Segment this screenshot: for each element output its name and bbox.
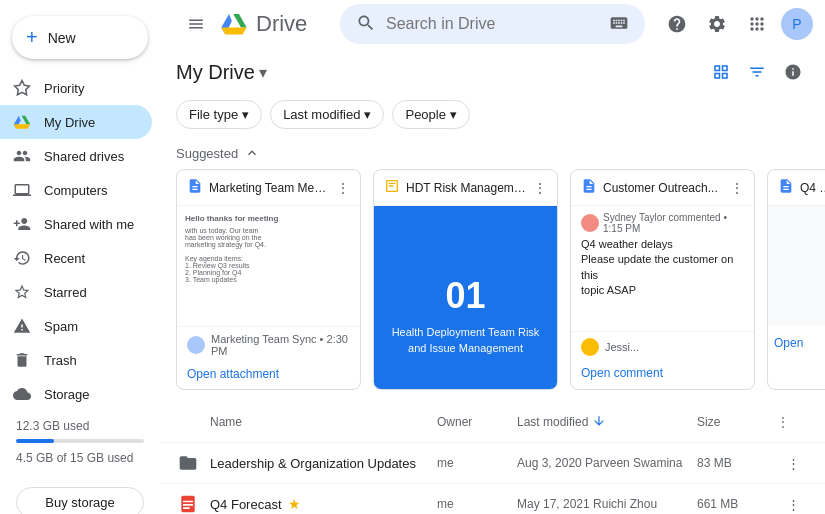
drive-dropdown-icon[interactable]: ▾ xyxy=(259,63,267,82)
column-header-modified[interactable]: Last modified xyxy=(517,414,697,431)
card-action-link[interactable]: Open comment xyxy=(581,366,663,380)
more-options-button[interactable]: ⋮ xyxy=(781,492,805,514)
file-actions[interactable]: ⋮ xyxy=(777,451,809,475)
size-column-label: Size xyxy=(697,415,720,429)
file-actions[interactable]: ⋮ xyxy=(777,492,809,514)
table-row[interactable]: Q4 Forecast ★ me May 17, 2021 Ruichi Zho… xyxy=(160,484,825,514)
sidebar-item-label: Shared drives xyxy=(44,149,124,164)
header-spacer xyxy=(176,410,200,434)
drive-header: My Drive ▾ xyxy=(160,48,825,96)
sidebar-item-computers[interactable]: Computers xyxy=(0,173,152,207)
sidebar-item-trash[interactable]: Trash xyxy=(0,343,152,377)
more-options-button[interactable]: ⋮ xyxy=(781,451,805,475)
card-action-link[interactable]: Open xyxy=(774,336,803,350)
card-avatar xyxy=(187,336,205,354)
filter-view-button[interactable] xyxy=(741,56,773,88)
people-filter[interactable]: People ▾ xyxy=(392,100,469,129)
drive-logo: Drive xyxy=(212,10,315,38)
sort-icon xyxy=(592,414,606,431)
sidebar-item-shared-drives[interactable]: Shared drives xyxy=(0,139,152,173)
person-add-icon xyxy=(12,214,32,234)
storage-detail-text: 4.5 GB of 15 GB used xyxy=(16,451,144,465)
card-header: Marketing Team Meetin... ⋮ xyxy=(177,170,360,206)
card-menu-button[interactable]: ⋮ xyxy=(730,180,744,196)
card-menu-button[interactable]: ⋮ xyxy=(533,180,547,196)
card-title: Q4 Pr... xyxy=(800,181,825,195)
last-modified-label: Last modified xyxy=(283,107,360,122)
card-menu-button[interactable]: ⋮ xyxy=(336,180,350,196)
people-icon xyxy=(12,146,32,166)
clock-icon xyxy=(12,248,32,268)
suggested-label: Suggested xyxy=(176,146,238,161)
sidebar-item-recent[interactable]: Recent xyxy=(0,241,152,275)
card-preview: 01 Health Deployment Team Risk and Issue… xyxy=(374,206,557,390)
card-action: Open xyxy=(768,326,825,358)
hamburger-menu-button[interactable] xyxy=(180,8,212,40)
doc-icon xyxy=(778,178,794,197)
sidebar-item-spam[interactable]: Spam xyxy=(0,309,152,343)
card-marketing[interactable]: Marketing Team Meetin... ⋮ Hello thanks … xyxy=(176,169,361,390)
storage-section: 12.3 GB used 4.5 GB of 15 GB used Buy st… xyxy=(0,411,160,514)
card-customer-outreach[interactable]: Customer Outreach... ⋮ Sydney Taylor com… xyxy=(570,169,755,390)
filters-bar: File type ▾ Last modified ▾ People ▾ xyxy=(160,96,825,137)
card-footer-text: Jessi... xyxy=(605,341,639,353)
suggested-cards: Marketing Team Meetin... ⋮ Hello thanks … xyxy=(160,169,825,402)
sidebar: + New Priority My Drive Shared drives Co… xyxy=(0,0,160,514)
sidebar-item-priority[interactable]: Priority xyxy=(0,71,152,105)
last-modified-filter[interactable]: Last modified ▾ xyxy=(270,100,384,129)
drive-view-icons xyxy=(705,56,809,88)
info-button[interactable] xyxy=(777,56,809,88)
modified-text: Aug 3, 2020 Parveen Swamina xyxy=(517,456,682,470)
column-header-name[interactable]: Name xyxy=(210,415,437,429)
card-header: Customer Outreach... ⋮ xyxy=(571,170,754,206)
file-list: Leadership & Organization Updates me Aug… xyxy=(160,443,825,514)
card-action: Open comment xyxy=(571,362,754,388)
column-header-actions[interactable]: ⋮ xyxy=(777,415,809,429)
folder-icon xyxy=(176,451,200,475)
sidebar-item-shared-with-me[interactable]: Shared with me xyxy=(0,207,152,241)
card-action-link[interactable]: Open attachment xyxy=(187,367,279,381)
column-header-size: Size xyxy=(697,415,777,429)
user-avatar[interactable]: P xyxy=(781,8,813,40)
sidebar-item-storage[interactable]: Storage xyxy=(0,377,152,411)
search-input[interactable] xyxy=(386,15,599,33)
modified-text: May 17, 2021 Ruichi Zhou xyxy=(517,497,657,511)
file-size: 661 MB xyxy=(697,497,777,511)
search-bar[interactable] xyxy=(340,4,645,44)
settings-button[interactable] xyxy=(701,8,733,40)
sidebar-item-label: Spam xyxy=(44,319,78,334)
comment-author: Sydney Taylor commented • 1:15 PM xyxy=(603,212,744,234)
sidebar-item-my-drive[interactable]: My Drive xyxy=(0,105,152,139)
main-area: Drive P xyxy=(160,0,825,514)
suggested-collapse-button[interactable] xyxy=(244,145,260,161)
buy-storage-button[interactable]: Buy storage xyxy=(16,487,144,514)
modified-column-label: Last modified xyxy=(517,415,588,429)
card-footer: Jessi... xyxy=(571,331,754,362)
card-spacer xyxy=(571,301,754,331)
new-button[interactable]: + New xyxy=(12,16,148,59)
sidebar-item-starred[interactable]: Starred xyxy=(0,275,152,309)
card-footer-text: Marketing Team Sync • 2:30 PM xyxy=(211,333,350,357)
star-outline-icon xyxy=(12,282,32,302)
file-type-filter[interactable]: File type ▾ xyxy=(176,100,262,129)
help-circle-button[interactable] xyxy=(661,8,693,40)
card-preview xyxy=(768,206,825,326)
doc-icon xyxy=(187,178,203,197)
size-text: 83 MB xyxy=(697,456,732,470)
file-owner: me xyxy=(437,456,517,470)
grid-view-button[interactable] xyxy=(705,56,737,88)
card-q4[interactable]: Q4 Pr... Open xyxy=(767,169,825,390)
topbar: Drive P xyxy=(160,0,825,48)
more-options-icon[interactable]: ⋮ xyxy=(777,415,789,429)
filter-chevron-icon: ▾ xyxy=(364,107,371,122)
card-preview-content: Hello thanks for meeting with us today. … xyxy=(177,206,360,326)
slides-icon xyxy=(384,178,400,197)
file-modified: May 17, 2021 Ruichi Zhou xyxy=(517,497,697,511)
storage-used-text: 12.3 GB used xyxy=(16,419,144,433)
column-header-owner: Owner xyxy=(437,415,517,429)
table-row[interactable]: Leadership & Organization Updates me Aug… xyxy=(160,443,825,484)
sidebar-item-label: Starred xyxy=(44,285,87,300)
apps-button[interactable] xyxy=(741,8,773,40)
storage-bar-fill xyxy=(16,439,54,443)
card-hdt[interactable]: HDT Risk Management ⋮ 01 Health Deployme… xyxy=(373,169,558,390)
